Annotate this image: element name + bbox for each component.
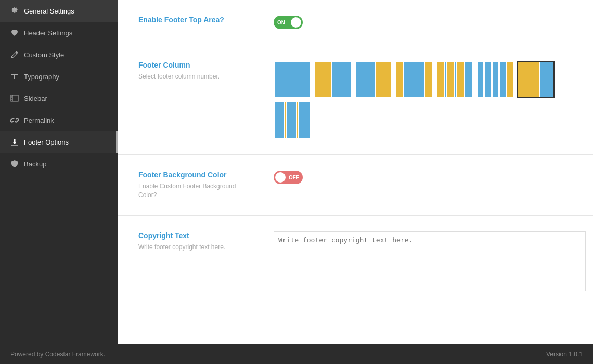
sidebar-item-label: General Settings (24, 7, 74, 15)
copyright-text-control (274, 231, 586, 291)
enable-footer-top-label-block: Enable Footer Top Area? (138, 16, 253, 27)
toggle-off-label: OFF (289, 175, 299, 180)
sidebar-item-label: Custom Style (24, 51, 64, 59)
copyright-text-input[interactable] (274, 231, 586, 291)
pencil-icon (10, 50, 19, 59)
sidebar-icon (10, 94, 19, 102)
sidebar-item-label: Typography (24, 73, 59, 81)
sidebar-item-footer-options[interactable]: Footer Options (0, 131, 118, 153)
col-option-7[interactable] (517, 61, 555, 98)
footer-column-label: Footer Column (138, 61, 253, 69)
sidebar-item-sidebar[interactable]: Sidebar (0, 87, 118, 109)
footer-bg-color-control: OFF (274, 171, 572, 184)
footer-bg-color-section: Footer Background Color Enable Custom Fo… (118, 155, 593, 216)
sidebar-item-custom-style[interactable]: Custom Style (0, 44, 118, 66)
col-option-2[interactable] (314, 61, 352, 98)
footer-bar: Powered by Codestar Framework. Version 1… (0, 344, 593, 364)
col-option-1[interactable] (274, 61, 311, 98)
sidebar-item-label: Backup (24, 160, 46, 168)
col-option-6[interactable] (476, 61, 514, 98)
toggle-on-label: ON (277, 20, 285, 25)
toggle-knob (291, 17, 301, 28)
gear-icon (10, 7, 19, 15)
toggle-knob-off (275, 172, 286, 183)
sidebar-item-label: Footer Options (24, 138, 69, 146)
footer-column-section: Footer Column Select footer column numbe… (118, 45, 593, 155)
sidebar: General Settings Header Settings Custom … (0, 0, 118, 344)
footer-bg-color-label: Footer Background Color (138, 171, 253, 179)
shield-icon (10, 160, 19, 168)
col-option-3[interactable] (355, 61, 392, 98)
sidebar-item-header-settings[interactable]: Header Settings (0, 22, 118, 44)
main-content: Enable Footer Top Area? ON Footer Column… (118, 0, 593, 344)
download-icon (10, 138, 19, 146)
footer-bg-color-toggle[interactable]: OFF (274, 171, 303, 184)
col-option-5[interactable] (436, 61, 473, 98)
col-option-4[interactable] (395, 61, 433, 98)
footer-column-description: Select footer column number. (138, 72, 253, 81)
copyright-text-section: Copyright Text Write footer copyright te… (118, 216, 593, 307)
powered-by-text: Powered by Codestar Framework. (10, 350, 105, 358)
footer-column-label-block: Footer Column Select footer column numbe… (138, 61, 253, 81)
heart-icon (10, 29, 19, 37)
enable-footer-top-label: Enable Footer Top Area? (138, 16, 253, 24)
enable-footer-top-toggle[interactable]: ON (274, 16, 303, 29)
version-text: Version 1.0.1 (546, 350, 583, 358)
copyright-text-label-block: Copyright Text Write footer copyright te… (138, 231, 253, 252)
copyright-text-description: Write footer copyright text here. (138, 243, 253, 252)
column-selector (274, 61, 572, 139)
sidebar-item-general-settings[interactable]: General Settings (0, 0, 118, 22)
sidebar-item-permalink[interactable]: Permalink (0, 109, 118, 131)
type-icon (10, 72, 19, 81)
footer-bg-color-description: Enable Custom Footer Background Color? (138, 182, 253, 200)
footer-column-control (274, 61, 572, 139)
col-option-8[interactable] (274, 101, 311, 139)
sidebar-item-label: Header Settings (24, 29, 72, 37)
enable-footer-top-section: Enable Footer Top Area? ON (118, 0, 593, 45)
sidebar-item-typography[interactable]: Typography (0, 66, 118, 87)
copyright-text-label: Copyright Text (138, 231, 253, 240)
sidebar-item-label: Permalink (24, 116, 54, 124)
link-icon (10, 116, 19, 124)
enable-footer-top-control: ON (274, 16, 572, 29)
footer-bg-color-label-block: Footer Background Color Enable Custom Fo… (138, 171, 253, 200)
sidebar-item-label: Sidebar (24, 95, 47, 102)
sidebar-item-backup[interactable]: Backup (0, 153, 118, 175)
